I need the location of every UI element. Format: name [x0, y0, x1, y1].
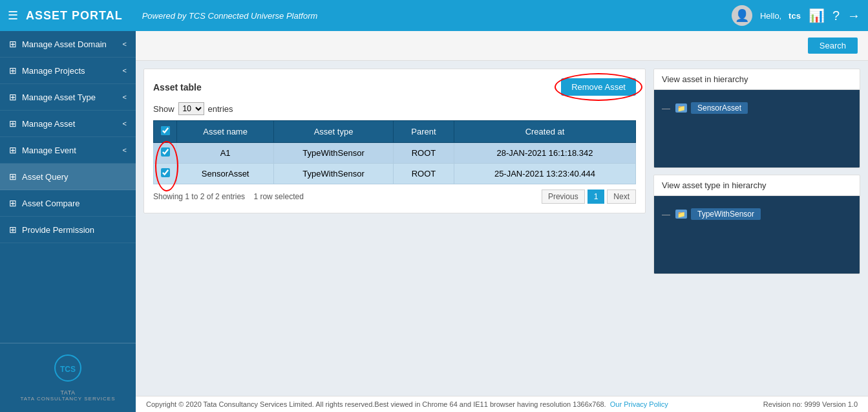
table-row[interactable]: A1 TypeWithSensor ROOT 28-JAN-2021 16:1:… [154, 143, 636, 164]
svg-text:TCS: TCS [60, 365, 76, 374]
remove-asset-wrapper: Remove Asset [561, 78, 636, 96]
help-icon[interactable]: ? [832, 8, 840, 23]
grid-icon: ⊞ [9, 92, 17, 102]
sidebar-item-label: Asset Compare [22, 199, 127, 208]
show-entries: Show 10 25 50 entries [153, 102, 636, 115]
card-header-row: Asset table Remove Asset [153, 78, 636, 96]
tcs-logo: TCS TATA TATA CONSULTANCY SERVICES [20, 354, 115, 402]
sidebar-item-asset-query[interactable]: ⊞ Asset Query [0, 164, 136, 190]
grid-icon: ⊞ [9, 145, 17, 155]
table-wrapper: Asset name Asset type Parent Created at [153, 120, 636, 184]
chevron-icon: < [123, 146, 127, 154]
chevron-icon: < [123, 93, 127, 101]
col-checkbox [154, 121, 177, 143]
tree-connector: — [662, 210, 670, 219]
row2-parent: ROOT [393, 164, 454, 184]
asset-table-card: Asset table Remove Asset Show 10 25 50 [143, 69, 646, 213]
content-topbar: Search [136, 31, 868, 61]
row1-checkbox-cell [154, 143, 177, 164]
page-1-button[interactable]: 1 [587, 190, 605, 204]
avatar: 👤 [732, 5, 752, 26]
row1-checkbox[interactable] [161, 147, 170, 157]
grid-icon: ⊞ [9, 39, 17, 49]
chevron-icon: < [123, 40, 127, 48]
col-created-at: Created at [454, 121, 635, 143]
asset-type-hierarchy-card: View asset type in hierarchy — 📁 TypeWit… [653, 175, 860, 274]
sidebar-item-label: Manage Projects [22, 66, 123, 76]
row1-parent: ROOT [393, 143, 454, 164]
previous-button[interactable]: Previous [542, 190, 585, 204]
row1-asset-name: A1 [177, 143, 274, 164]
footer-revision: Revision no: 9999 Version 1.0 [763, 400, 858, 408]
asset-type-hierarchy-tree: — 📁 TypeWithSensor [654, 196, 860, 274]
folder-icon: 📁 [675, 210, 687, 219]
privacy-policy-link[interactable]: Our Privacy Policy [610, 400, 668, 408]
sidebar-item-label: Asset Query [22, 172, 127, 182]
content-area: Search Asset table Remove Asset Show [136, 31, 868, 412]
top-header: ☰ ASSET PORTAL Powered by TCS Connected … [0, 0, 868, 31]
table-row[interactable]: SensorAsset TypeWithSensor ROOT 25-JAN-2… [154, 164, 636, 184]
grid-icon: ⊞ [9, 118, 17, 129]
table-footer: Showing 1 to 2 of 2 entries 1 row select… [153, 190, 636, 204]
logout-icon[interactable]: → [847, 8, 860, 23]
asset-tree-item: — 📁 SensorAsset [662, 100, 852, 116]
table-header-row: Asset name Asset type Parent Created at [154, 121, 636, 143]
table-footer-text: Showing 1 to 2 of 2 entries 1 row select… [153, 192, 304, 201]
type-node-label: TypeWithSensor [691, 208, 761, 220]
chevron-icon: < [123, 67, 127, 74]
row2-created-at: 25-JAN-2021 13:23:40.444 [454, 164, 635, 184]
col-asset-name: Asset name [177, 121, 274, 143]
footer: Copyright © 2020 Tata Consultancy Servic… [136, 396, 868, 412]
asset-type-tree-item: — 📁 TypeWithSensor [662, 206, 852, 222]
asset-table-title: Asset table [153, 82, 202, 92]
sidebar-item-provide-permission[interactable]: ⊞ Provide Permission [0, 217, 136, 243]
row2-checkbox[interactable] [161, 168, 170, 177]
search-button[interactable]: Search [808, 38, 858, 54]
entries-select[interactable]: 10 25 50 [178, 102, 204, 115]
app-title: ASSET PORTAL [26, 9, 123, 23]
sidebar-item-manage-asset[interactable]: ⊞ Manage Asset < [0, 111, 136, 137]
sidebar-item-asset-compare[interactable]: ⊞ Asset Compare [0, 190, 136, 217]
sidebar-item-label: Manage Asset Domain [22, 39, 123, 49]
tcs-symbol: TCS [20, 354, 115, 387]
pagination: Previous 1 Next [542, 190, 636, 204]
hamburger-icon[interactable]: ☰ [8, 8, 18, 23]
sidebar-item-label: Manage Event [22, 146, 123, 155]
sidebar: ⊞ Manage Asset Domain < ⊞ Manage Project… [0, 31, 136, 412]
asset-type-hierarchy-title: View asset type in hierarchy [654, 175, 860, 196]
sidebar-item-manage-asset-type[interactable]: ⊞ Manage Asset Type < [0, 84, 136, 111]
id-card-icon[interactable]: 📊 [809, 8, 825, 23]
next-button[interactable]: Next [607, 190, 636, 204]
row1-created-at: 28-JAN-2021 16:1:18.342 [454, 143, 635, 164]
row-selected-text: 1 row selected [253, 192, 303, 201]
sidebar-item-label: Provide Permission [22, 225, 127, 235]
remove-asset-button[interactable]: Remove Asset [561, 78, 636, 96]
main-content: Asset table Remove Asset Show 10 25 50 [136, 61, 868, 396]
sidebar-item-manage-asset-domain[interactable]: ⊞ Manage Asset Domain < [0, 31, 136, 58]
asset-table: Asset name Asset type Parent Created at [153, 120, 636, 184]
sidebar-item-manage-projects[interactable]: ⊞ Manage Projects < [0, 58, 136, 84]
header-right: 👤 Hello, tcs 📊 ? → [732, 5, 860, 26]
sidebar-item-manage-event[interactable]: ⊞ Manage Event < [0, 137, 136, 164]
select-all-checkbox[interactable] [161, 126, 170, 135]
row2-asset-type: TypeWithSensor [274, 164, 394, 184]
showing-text: Showing 1 to 2 of 2 entries [153, 192, 245, 201]
tree-connector: — [662, 103, 670, 113]
entries-label: entries [208, 104, 233, 114]
col-parent: Parent [393, 121, 454, 143]
row1-asset-type: TypeWithSensor [274, 143, 394, 164]
left-panel: Asset table Remove Asset Show 10 25 50 [143, 69, 646, 388]
sidebar-item-label: Manage Asset Type [22, 92, 123, 102]
tcs-consultancy-text: TATA CONSULTANCY SERVICES [20, 396, 115, 402]
col-asset-type: Asset type [274, 121, 394, 143]
show-label: Show [153, 104, 175, 114]
tcs-logo-section: TCS TATA TATA CONSULTANCY SERVICES [0, 343, 136, 412]
asset-hierarchy-card: View asset in hierarchy — 📁 SensorAsset [653, 69, 860, 168]
tcs-text: TATA [20, 389, 115, 396]
folder-icon: 📁 [675, 103, 687, 113]
footer-copyright: Copyright © 2020 Tata Consultancy Servic… [146, 400, 668, 408]
asset-hierarchy-tree: — 📁 SensorAsset [654, 90, 860, 168]
row2-asset-name: SensorAsset [177, 164, 274, 184]
asset-hierarchy-title: View asset in hierarchy [654, 69, 860, 90]
right-panel: View asset in hierarchy — 📁 SensorAsset … [653, 69, 860, 388]
